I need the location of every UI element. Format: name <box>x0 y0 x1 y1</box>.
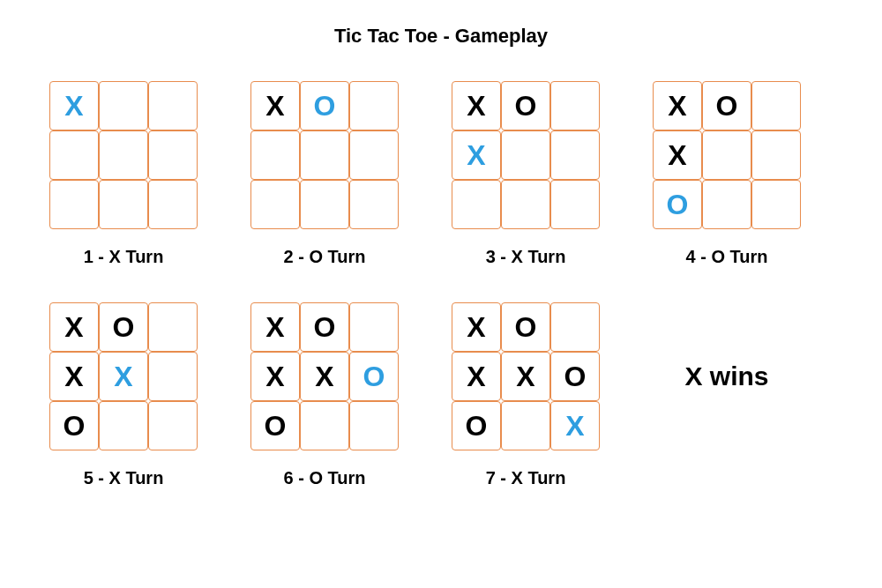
cell-5-8 <box>148 401 198 450</box>
board-caption-3: 3 - X Turn <box>486 247 566 267</box>
cell-1-3 <box>49 130 99 180</box>
cell-5-0: X <box>49 302 99 352</box>
mark: O <box>466 412 488 440</box>
cell-1-1 <box>99 81 148 130</box>
cell-7-2 <box>550 302 600 352</box>
mark: O <box>363 362 385 391</box>
cell-7-8: X <box>550 401 600 450</box>
cell-1-0: X <box>49 81 99 130</box>
cell-5-4: X <box>99 352 148 401</box>
cell-5-6: O <box>49 401 99 450</box>
board-4: X O X O <box>653 81 801 229</box>
cell-6-0: X <box>250 302 300 352</box>
cell-3-3: X <box>452 130 501 180</box>
cell-4-3: X <box>653 130 702 180</box>
cell-2-4 <box>300 130 349 180</box>
mark: X <box>265 313 284 341</box>
board-block-4: X O X O 4 - O Turn <box>653 81 801 267</box>
cell-1-6 <box>49 180 99 229</box>
cell-3-2 <box>550 81 600 130</box>
cell-1-8 <box>148 180 198 229</box>
mark: O <box>667 190 689 219</box>
board-1: X <box>49 81 198 229</box>
board-caption-5: 5 - X Turn <box>84 468 164 488</box>
result-text: X wins <box>684 361 768 391</box>
board-caption-2: 2 - O Turn <box>284 247 366 267</box>
board-block-5: X O X X O 5 - X Turn <box>49 302 198 488</box>
cell-7-7 <box>501 401 550 450</box>
cell-7-4: X <box>501 352 550 401</box>
mark: X <box>467 92 485 120</box>
cell-5-2 <box>148 302 198 352</box>
cell-4-7 <box>702 180 751 229</box>
cell-2-8 <box>349 180 399 229</box>
board-caption-6: 6 - O Turn <box>284 468 366 488</box>
cell-7-0: X <box>452 302 501 352</box>
board-block-1: X 1 - X Turn <box>49 81 198 267</box>
mark: X <box>467 313 485 341</box>
cell-4-8 <box>751 180 801 229</box>
cell-1-4 <box>99 130 148 180</box>
mark: X <box>265 92 284 120</box>
cell-4-4 <box>702 130 751 180</box>
cell-7-6: O <box>452 401 501 450</box>
cell-3-0: X <box>452 81 501 130</box>
cell-4-1: O <box>702 81 751 130</box>
cell-2-7 <box>300 180 349 229</box>
mark: O <box>515 92 537 120</box>
mark: O <box>314 313 336 341</box>
mark: O <box>113 313 135 341</box>
board-caption-1: 1 - X Turn <box>84 247 164 267</box>
cell-1-5 <box>148 130 198 180</box>
board-2: X O <box>250 81 399 229</box>
mark: O <box>564 362 587 391</box>
cell-7-1: O <box>501 302 550 352</box>
cell-7-3: X <box>452 352 501 401</box>
board-caption-4: 4 - O Turn <box>686 247 768 267</box>
mark: X <box>64 92 83 120</box>
board-block-2: X O 2 - O Turn <box>250 81 399 267</box>
mark: X <box>668 92 686 120</box>
cell-5-1: O <box>99 302 148 352</box>
boards-container: X 1 - X Turn X O 2 - O Turn X <box>0 81 882 488</box>
cell-3-6 <box>452 180 501 229</box>
cell-7-5: O <box>550 352 600 401</box>
cell-6-4: X <box>300 352 349 401</box>
mark: X <box>64 362 83 391</box>
page-title: Tic Tac Toe - Gameplay <box>0 25 882 48</box>
cell-3-8 <box>550 180 600 229</box>
cell-6-8 <box>349 401 399 450</box>
cell-1-7 <box>99 180 148 229</box>
mark: X <box>114 362 132 391</box>
board-5: X O X X O <box>49 302 198 450</box>
cell-6-5: O <box>349 352 399 401</box>
mark: X <box>265 362 284 391</box>
mark: X <box>467 141 485 169</box>
result-block: X wins <box>653 302 801 488</box>
cell-4-2 <box>751 81 801 130</box>
cell-6-3: X <box>250 352 300 401</box>
cell-5-7 <box>99 401 148 450</box>
mark: X <box>668 141 686 169</box>
cell-1-2 <box>148 81 198 130</box>
mark: O <box>265 412 287 440</box>
cell-4-0: X <box>653 81 702 130</box>
mark: X <box>467 362 485 391</box>
mark: O <box>515 313 537 341</box>
board-6: X O X X O O <box>250 302 399 450</box>
cell-2-3 <box>250 130 300 180</box>
mark: O <box>716 92 738 120</box>
mark: X <box>516 362 534 391</box>
board-block-7: X O X X O O X 7 - X Turn <box>452 302 600 488</box>
cell-4-6: O <box>653 180 702 229</box>
cell-3-1: O <box>501 81 550 130</box>
cell-6-7 <box>300 401 349 450</box>
board-block-6: X O X X O O 6 - O Turn <box>250 302 399 488</box>
mark: X <box>565 412 584 440</box>
board-caption-7: 7 - X Turn <box>486 468 566 488</box>
cell-2-2 <box>349 81 399 130</box>
cell-6-6: O <box>250 401 300 450</box>
cell-6-1: O <box>300 302 349 352</box>
cell-4-5 <box>751 130 801 180</box>
cell-5-3: X <box>49 352 99 401</box>
